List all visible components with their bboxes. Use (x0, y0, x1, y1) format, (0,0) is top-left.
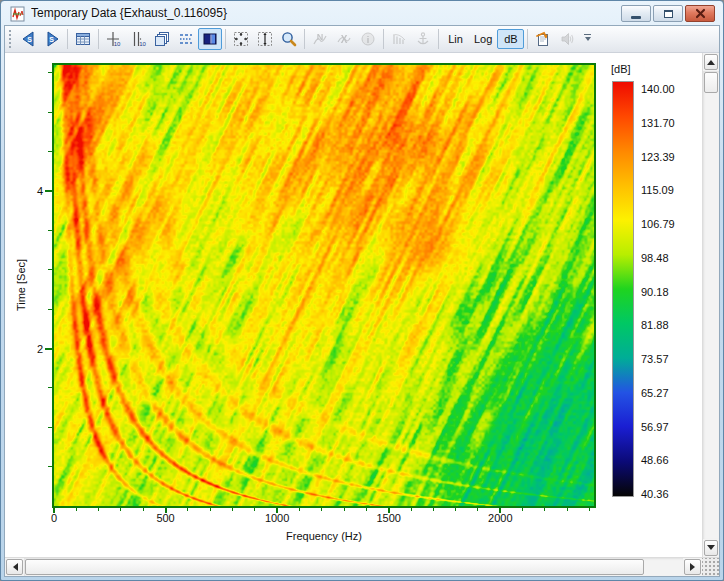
waterfall-display-icon (177, 30, 195, 48)
y-axis-title: Time [Sec] (15, 259, 27, 311)
colorbar-tick: 115.09 (641, 183, 675, 197)
zoom-icon (280, 30, 298, 48)
svg-text:X: X (341, 34, 348, 45)
toolbar-separator (67, 29, 68, 49)
app-icon (10, 6, 26, 22)
colorbar-tick: 123.39 (641, 150, 675, 164)
audio-replay-button (555, 28, 579, 50)
svg-text:10: 10 (139, 41, 146, 47)
toolbar-separator (383, 29, 384, 49)
svg-text:S: S (49, 36, 54, 43)
colormap-display-button[interactable] (198, 28, 222, 50)
toolbar-separator (304, 29, 305, 49)
toolbar-separator (98, 29, 99, 49)
curve-x-button: X (332, 28, 356, 50)
overlay-pages-icon (153, 30, 171, 48)
colorbar-tick: 131.70 (641, 116, 675, 130)
svg-text:N: N (317, 32, 324, 42)
y-tick-label: 2 (25, 343, 43, 355)
colorbar-tick: 73.57 (641, 352, 675, 366)
colorbar-tick: 56.97 (641, 420, 675, 434)
vertical-scroll-thumb[interactable] (704, 72, 718, 93)
title-bar[interactable]: Temporary Data {Exhaust_0.116095} (4, 1, 720, 25)
x-tick-label: 1500 (376, 512, 400, 524)
vertical-scroll-track[interactable] (703, 71, 719, 539)
x-tick-label: 500 (156, 512, 174, 524)
next-record-button[interactable]: S (40, 28, 64, 50)
data-grid-button[interactable] (71, 28, 95, 50)
x-tick-label: 0 (51, 512, 57, 524)
scroll-down-button[interactable] (704, 540, 718, 556)
scroll-up-button[interactable] (704, 54, 718, 70)
arrow-up-icon (707, 56, 715, 65)
minimize-button[interactable] (621, 5, 651, 22)
overlay-pages-button[interactable] (150, 28, 174, 50)
arrow-down-icon (707, 545, 715, 554)
export-picture-button[interactable] (531, 28, 555, 50)
previous-record-button[interactable]: S (16, 28, 40, 50)
arrow-right-icon (690, 563, 699, 571)
x-tick-label: 2000 (488, 512, 512, 524)
double-cursor-button[interactable]: 10 (126, 28, 150, 50)
overflow-bar-icon (584, 34, 591, 35)
toolbar: S S 10 (5, 26, 719, 53)
minimize-icon (631, 16, 641, 19)
autoscale-xy-icon (232, 30, 250, 48)
x-tick-label: 1000 (265, 512, 289, 524)
anchor-cursor-icon (414, 30, 432, 48)
info-icon: i (359, 30, 377, 48)
single-cursor-icon: 10 (105, 30, 123, 48)
curve-n-icon: N (311, 30, 329, 48)
db-button[interactable]: dB (497, 29, 524, 49)
colorbar-tick: 98.48 (641, 251, 675, 265)
colorbar-tick: 40.36 (641, 487, 675, 501)
waterfall-display-button[interactable] (174, 28, 198, 50)
colorbar-tick: 90.18 (641, 285, 675, 299)
x-axis-title: Frequency (Hz) (286, 530, 362, 542)
single-cursor-button[interactable]: 10 (102, 28, 126, 50)
scroll-right-button[interactable] (684, 559, 701, 575)
toolbar-overflow-button[interactable] (581, 29, 594, 49)
autoscale-y-button[interactable] (253, 28, 277, 50)
arrow-left-icon (9, 563, 18, 571)
colorbar-tick-labels: 140.00 131.70 123.39 115.09 106.79 98.48… (641, 82, 675, 501)
resize-grip[interactable] (702, 558, 719, 576)
previous-record-icon: S (19, 30, 38, 48)
chevron-down-icon (585, 37, 591, 44)
vertical-scrollbar[interactable] (702, 53, 719, 557)
plot-area: Time [Sec] 4 2 0 500 1000 1500 2000 Freq… (5, 53, 702, 557)
svg-text:S: S (27, 36, 32, 43)
colorbar-tick: 65.27 (641, 386, 675, 400)
export-picture-icon (534, 30, 552, 48)
restore-icon (664, 10, 673, 18)
harmonic-cursor-button (387, 28, 411, 50)
horizontal-scrollbar[interactable] (5, 558, 702, 576)
lin-button[interactable]: Lin (442, 29, 469, 49)
horizontal-scroll-thumb[interactable] (25, 559, 644, 575)
autoscale-xy-button[interactable] (229, 28, 253, 50)
svg-text:i: i (367, 35, 370, 45)
spectrogram-frame (52, 63, 596, 508)
horizontal-scroll-track[interactable] (24, 558, 683, 576)
double-cursor-icon: 10 (129, 30, 147, 48)
toolbar-grip[interactable] (8, 29, 13, 49)
toolbar-separator (225, 29, 226, 49)
harmonic-cursor-icon (390, 30, 408, 48)
colormap-display-icon (201, 30, 219, 48)
info-button: i (356, 28, 380, 50)
close-button[interactable] (685, 5, 715, 22)
svg-text:10: 10 (114, 41, 121, 47)
data-grid-icon (74, 30, 92, 48)
spectrogram-canvas[interactable] (54, 65, 594, 506)
restore-button[interactable] (653, 5, 683, 22)
y-tick-label: 4 (25, 185, 43, 197)
toolbar-separator (527, 29, 528, 49)
log-button[interactable]: Log (469, 29, 497, 49)
scroll-left-button[interactable] (6, 559, 23, 575)
autoscale-y-icon (256, 30, 274, 48)
toolbar-separator (438, 29, 439, 49)
zoom-button[interactable] (277, 28, 301, 50)
colorbar-unit-label: [dB] (611, 63, 631, 75)
colorbar-tick: 106.79 (641, 217, 675, 231)
colorbar-gradient (612, 81, 634, 497)
